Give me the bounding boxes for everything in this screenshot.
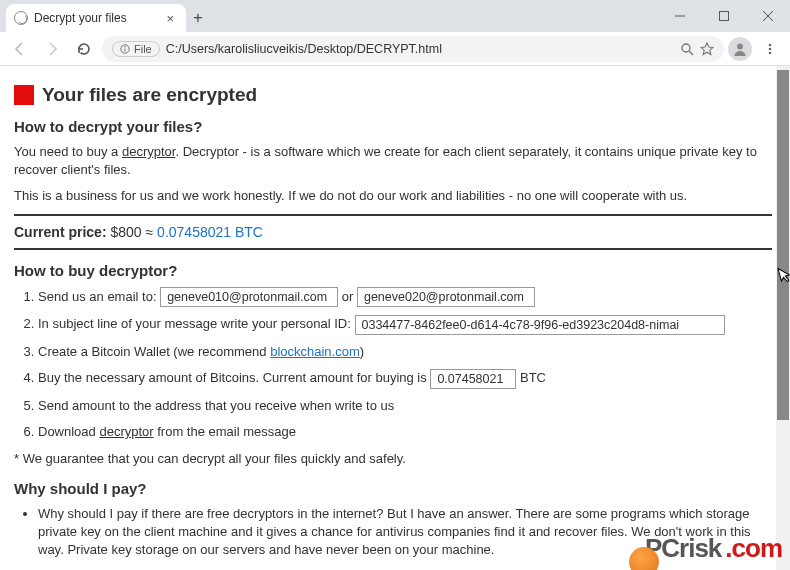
forward-button[interactable] (38, 35, 66, 63)
back-button[interactable] (6, 35, 34, 63)
globe-icon (14, 11, 28, 25)
price-label: Current price: (14, 224, 107, 240)
window-controls (658, 0, 790, 32)
page-title: Your files are encrypted (14, 84, 772, 106)
address-bar[interactable]: File C:/Users/karolisliucveikis/Desktop/… (102, 36, 724, 62)
step-1: Send us an email to: or (38, 287, 772, 308)
svg-rect-1 (720, 12, 729, 21)
maximize-button[interactable] (702, 0, 746, 32)
close-tab-icon[interactable]: × (162, 11, 178, 26)
btc-amount-field[interactable] (430, 369, 516, 389)
svg-point-7 (682, 44, 690, 52)
star-bookmark-icon[interactable] (700, 42, 714, 56)
profile-avatar[interactable] (728, 37, 752, 61)
scrollbar-thumb[interactable] (777, 70, 789, 420)
step-2: In subject line of your message write yo… (38, 314, 772, 335)
svg-point-10 (769, 43, 772, 46)
price-usd: $800 (110, 224, 141, 240)
section-why-heading: Why should I pay? (14, 480, 772, 497)
minimize-button[interactable] (658, 0, 702, 32)
price-line: Current price: $800 ≈ 0.07458021 BTC (14, 224, 772, 240)
page-heading-text: Your files are encrypted (42, 84, 257, 106)
viewport: Your files are encrypted How to decrypt … (0, 66, 790, 570)
step-3: Create a Bitcoin Wallet (we recommend bl… (38, 342, 772, 362)
watermark-dotcom: .com (725, 533, 782, 564)
red-square-icon (14, 85, 34, 105)
steps-list: Send us an email to: or In subject line … (38, 287, 772, 442)
scrollbar-track[interactable] (776, 66, 790, 570)
intro-paragraph-2: This is a business for us and we work ho… (14, 187, 772, 205)
info-icon (120, 44, 130, 54)
page-content: Your files are encrypted How to decrypt … (0, 66, 790, 570)
svg-point-11 (769, 47, 772, 50)
divider (14, 248, 772, 250)
divider (14, 214, 772, 216)
section-decrypt-heading: How to decrypt your files? (14, 118, 772, 135)
menu-button[interactable] (756, 35, 784, 63)
file-label: File (134, 43, 152, 55)
browser-tab[interactable]: Decrypt your files × (6, 4, 186, 32)
reload-button[interactable] (70, 35, 98, 63)
decryptor-term: decryptor (122, 144, 175, 159)
why-bullet-2: Maybe in-build functionality of Windows … (38, 567, 772, 571)
watermark: PCrisk.com (641, 533, 782, 564)
file-badge: File (112, 41, 160, 57)
svg-point-6 (124, 46, 125, 47)
svg-point-9 (737, 43, 743, 49)
person-icon (732, 41, 748, 57)
search-in-page-icon[interactable] (680, 42, 694, 56)
email2-field[interactable] (357, 287, 535, 307)
guarantee-text: * We guarantee that you can decrypt all … (14, 450, 772, 468)
email1-field[interactable] (160, 287, 338, 307)
step-5: Send amount to the address that you rece… (38, 396, 772, 416)
toolbar: File C:/Users/karolisliucveikis/Desktop/… (0, 32, 790, 66)
step-4: Buy the necessary amount of Bitcoins. Cu… (38, 368, 772, 389)
decryptor-link: decryptor (99, 424, 153, 439)
svg-point-12 (769, 51, 772, 54)
step-6: Download decryptor from the email messag… (38, 422, 772, 442)
new-tab-button[interactable]: + (186, 4, 210, 32)
section-buy-heading: How to buy decryptor? (14, 262, 772, 279)
intro-paragraph-1: You need to buy a decryptor. Decryptor -… (14, 143, 772, 179)
close-window-button[interactable] (746, 0, 790, 32)
url-text: C:/Users/karolisliucveikis/Desktop/DECRY… (166, 42, 442, 56)
blockchain-link[interactable]: blockchain.com (270, 344, 360, 359)
window-titlebar: Decrypt your files × + (0, 0, 790, 32)
personal-id-field[interactable] (355, 315, 725, 335)
tab-title: Decrypt your files (34, 11, 127, 25)
price-btc: 0.07458021 BTC (157, 224, 263, 240)
svg-line-8 (689, 51, 693, 55)
tab-strip: Decrypt your files × + (0, 0, 658, 32)
